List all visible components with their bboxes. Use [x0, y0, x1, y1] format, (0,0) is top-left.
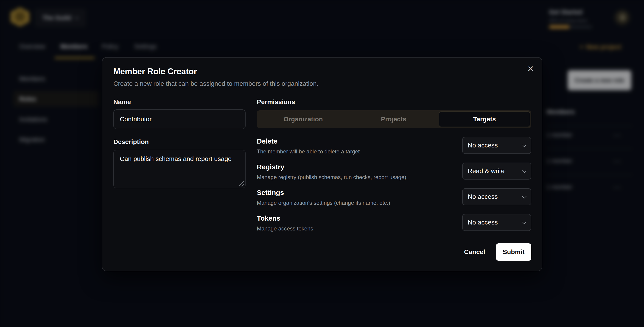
perm-title-tokens: Tokens: [257, 214, 280, 222]
perm-desc-registry: Manage registry (publish schemas, run ch…: [257, 174, 406, 180]
perm-select-delete[interactable]: No access: [462, 137, 531, 154]
chevron-down-icon: [522, 220, 526, 224]
perm-select-tokens-value: No access: [468, 219, 498, 226]
perm-select-settings-value: No access: [468, 193, 498, 200]
resize-grip-icon[interactable]: [239, 181, 244, 186]
perm-select-settings[interactable]: No access: [462, 188, 531, 205]
chevron-down-icon: [522, 194, 526, 198]
dialog-title: Member Role Creator: [114, 67, 197, 76]
perm-desc-delete: The member will be able to delete a targ…: [257, 148, 360, 155]
permissions-scope-tabs: Organization Projects Targets: [257, 110, 531, 128]
app-screen: The Guild Get Started 45% of setup done …: [0, 0, 644, 327]
submit-button[interactable]: Submit: [496, 243, 531, 261]
description-label: Description: [114, 138, 149, 146]
perm-title-registry: Registry: [257, 163, 284, 171]
scope-tab-targets[interactable]: Targets: [439, 111, 530, 127]
perm-select-tokens[interactable]: No access: [462, 214, 531, 231]
perm-desc-settings: Manage organization's settings (change i…: [257, 200, 390, 206]
permissions-label: Permissions: [257, 98, 295, 106]
perm-title-settings: Settings: [257, 189, 284, 197]
name-input[interactable]: [114, 109, 246, 129]
chevron-down-icon: [522, 143, 526, 147]
close-icon[interactable]: ×: [524, 62, 538, 75]
cancel-button[interactable]: Cancel: [460, 243, 490, 261]
scope-tab-organization[interactable]: Organization: [258, 111, 348, 127]
perm-desc-tokens: Manage access tokens: [257, 225, 313, 232]
scope-tab-projects[interactable]: Projects: [348, 111, 439, 127]
name-label: Name: [114, 98, 131, 106]
perm-title-delete: Delete: [257, 137, 278, 145]
description-textarea[interactable]: Can publish schemas and report usage: [114, 150, 246, 188]
member-role-creator-dialog: Member Role Creator Create a new role th…: [102, 57, 542, 271]
chevron-down-icon: [522, 169, 526, 173]
perm-select-registry-value: Read & write: [468, 167, 504, 175]
dialog-subtitle: Create a new role that can be assigned t…: [114, 80, 318, 87]
perm-select-delete-value: No access: [468, 142, 498, 149]
perm-select-registry[interactable]: Read & write: [462, 163, 531, 180]
